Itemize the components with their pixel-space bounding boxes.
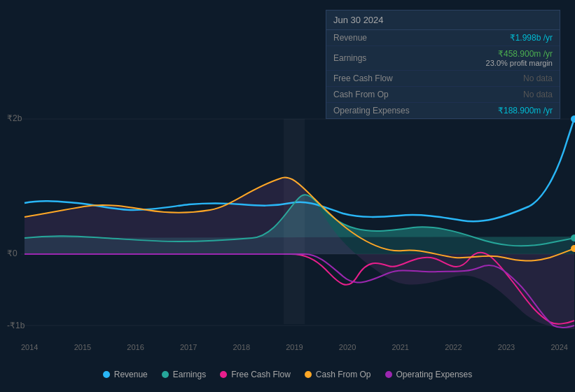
tooltip-box: Jun 30 2024 Revenue ₹1.998b /yr Earnings… bbox=[326, 10, 560, 119]
tooltip-row-revenue: Revenue ₹1.998b /yr bbox=[326, 30, 560, 46]
x-label-2019: 2019 bbox=[286, 343, 303, 351]
x-label-2016: 2016 bbox=[127, 343, 144, 351]
tooltip-row-fcf: Free Cash Flow No data bbox=[326, 71, 560, 87]
legend-revenue[interactable]: Revenue bbox=[103, 370, 148, 379]
legend-label-revenue: Revenue bbox=[114, 370, 148, 379]
y-axis-0: ₹0 bbox=[7, 248, 18, 258]
x-label-2023: 2023 bbox=[498, 343, 515, 351]
y-axis-2b: ₹2b bbox=[7, 113, 22, 123]
legend-dot-cfo bbox=[305, 371, 312, 378]
legend-dot-earnings bbox=[162, 371, 169, 378]
tooltip-revenue-value: ₹1.998b /yr bbox=[510, 33, 553, 43]
x-label-2022: 2022 bbox=[445, 343, 462, 351]
legend-opex[interactable]: Operating Expenses bbox=[385, 370, 473, 379]
tooltip-fcf-value: No data bbox=[523, 74, 553, 83]
legend-fcf[interactable]: Free Cash Flow bbox=[220, 370, 291, 379]
legend-dot-fcf bbox=[220, 371, 227, 378]
chart-legend: Revenue Earnings Free Cash Flow Cash Fro… bbox=[0, 370, 575, 379]
x-label-2017: 2017 bbox=[180, 343, 197, 351]
tooltip-date: Jun 30 2024 bbox=[326, 10, 560, 30]
legend-earnings[interactable]: Earnings bbox=[162, 370, 206, 379]
legend-cfo[interactable]: Cash From Op bbox=[305, 370, 371, 379]
x-label-2015: 2015 bbox=[74, 343, 91, 351]
x-label-2020: 2020 bbox=[339, 343, 356, 351]
tooltip-cfo-value: No data bbox=[523, 90, 553, 99]
chart-container: ₹2b ₹0 -₹1b 2014 2015 2016 2017 2018 201… bbox=[0, 0, 575, 392]
tooltip-earnings-value: ₹458.900m /yr bbox=[486, 49, 553, 59]
tooltip-row-cfo: Cash From Op No data bbox=[326, 87, 560, 103]
x-label-2014: 2014 bbox=[21, 343, 38, 351]
x-label-2018: 2018 bbox=[233, 343, 250, 351]
tooltip-row-earnings: Earnings ₹458.900m /yr 23.0% profit marg… bbox=[326, 46, 560, 71]
tooltip-opex-label: Operating Expenses bbox=[333, 106, 410, 115]
legend-label-cfo: Cash From Op bbox=[316, 370, 371, 379]
tooltip-fcf-label: Free Cash Flow bbox=[333, 74, 410, 83]
x-label-2021: 2021 bbox=[392, 343, 408, 351]
tooltip-row-opex: Operating Expenses ₹188.900m /yr bbox=[326, 103, 560, 118]
legend-label-fcf: Free Cash Flow bbox=[231, 370, 291, 379]
tooltip-revenue-label: Revenue bbox=[333, 33, 410, 43]
tooltip-earnings-label: Earnings bbox=[333, 53, 410, 63]
tooltip-profit-margin: 23.0% profit margin bbox=[486, 59, 553, 67]
x-label-2024: 2024 bbox=[550, 343, 567, 351]
legend-label-earnings: Earnings bbox=[173, 370, 206, 379]
legend-dot-revenue bbox=[103, 371, 110, 378]
tooltip-cfo-label: Cash From Op bbox=[333, 90, 410, 99]
y-axis-neg1b: -₹1b bbox=[7, 321, 25, 330]
legend-label-opex: Operating Expenses bbox=[396, 370, 473, 379]
x-axis: 2014 2015 2016 2017 2018 2019 2020 2021 … bbox=[21, 343, 568, 351]
tooltip-opex-value: ₹188.900m /yr bbox=[498, 106, 553, 115]
svg-rect-6 bbox=[284, 119, 305, 324]
legend-dot-opex bbox=[385, 371, 392, 378]
